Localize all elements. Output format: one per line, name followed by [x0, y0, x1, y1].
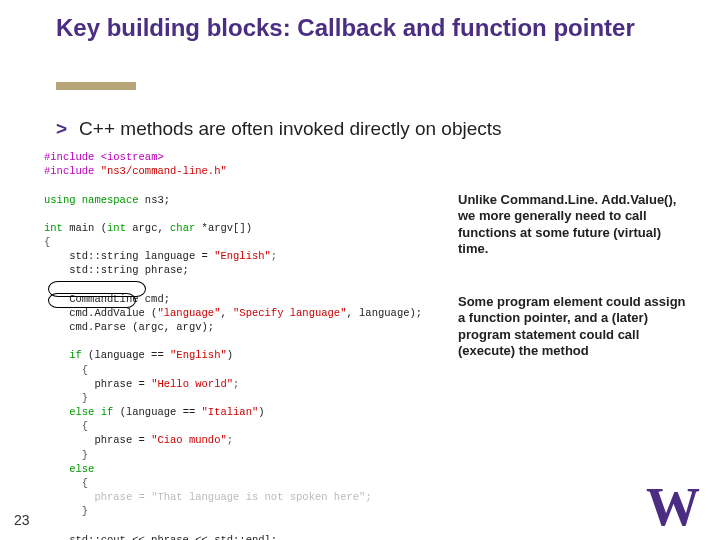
bullet-line: >C++ methods are often invoked directly …	[56, 118, 502, 140]
code-t: phrase =	[44, 491, 151, 503]
annotation-circle-addvalue	[48, 293, 136, 308]
code-t: }	[44, 392, 88, 404]
code-t: {	[44, 420, 88, 432]
code-t: "ns3/command-line.h"	[101, 165, 227, 177]
code-t: using namespace	[44, 194, 145, 206]
slide-title: Key building blocks: Callback and functi…	[56, 14, 656, 43]
code-t: }	[44, 505, 88, 517]
code-block: #include <iostream> #include "ns3/comman…	[44, 150, 454, 540]
code-t: #include	[44, 151, 101, 163]
code-t: )	[227, 349, 233, 361]
code-t: if	[44, 349, 88, 361]
code-t: }	[44, 449, 88, 461]
code-t: int	[107, 222, 132, 234]
code-t: )	[258, 406, 264, 418]
code-t: <iostream>	[101, 151, 164, 163]
code-t: ;	[365, 491, 371, 503]
bullet-text: C++ methods are often invoked directly o…	[79, 118, 501, 139]
code-t: int	[44, 222, 69, 234]
code-t: "Ciao mundo"	[151, 434, 227, 446]
code-t: phrase =	[44, 434, 151, 446]
code-t: #include	[44, 165, 101, 177]
code-t: (language ==	[120, 406, 202, 418]
code-t: ;	[233, 378, 239, 390]
code-t: "Italian"	[202, 406, 259, 418]
code-t: ns3;	[145, 194, 170, 206]
uw-logo-icon: W	[646, 480, 700, 534]
code-t: (language ==	[88, 349, 170, 361]
code-t: {	[44, 477, 88, 489]
code-t: "That language is not spoken here"	[151, 491, 365, 503]
code-t: cmd.AddValue (	[44, 307, 157, 319]
title-accent-bar	[56, 82, 136, 90]
page-number: 23	[14, 512, 30, 528]
code-t: else if	[44, 406, 120, 418]
code-t: main (	[69, 222, 107, 234]
code-t: {	[44, 364, 88, 376]
code-t: {	[44, 236, 50, 248]
code-t: std::string language =	[44, 250, 214, 262]
code-t: "language"	[157, 307, 220, 319]
code-t: std::cout << phrase << std::endl;	[44, 534, 277, 540]
code-t: , language);	[346, 307, 422, 319]
code-t: std::string phrase;	[44, 264, 189, 276]
bullet-arrow-icon: >	[56, 118, 67, 139]
code-t: ;	[271, 250, 277, 262]
code-t: ,	[220, 307, 233, 319]
code-t: cmd.Parse (argc, argv);	[44, 321, 214, 333]
code-t: "Hello world"	[151, 378, 233, 390]
code-t: argc,	[132, 222, 170, 234]
code-t: ;	[227, 434, 233, 446]
code-t: phrase =	[44, 378, 151, 390]
side-note-2: Some program element could assign a func…	[458, 294, 688, 359]
code-t: *argv[])	[202, 222, 252, 234]
code-t: else	[44, 463, 94, 475]
code-t: "English"	[170, 349, 227, 361]
code-t: "English"	[214, 250, 271, 262]
code-t: char	[170, 222, 202, 234]
side-note-1: Unlike Command.Line. Add.Value(), we mor…	[458, 192, 688, 257]
code-t: "Specify language"	[233, 307, 346, 319]
